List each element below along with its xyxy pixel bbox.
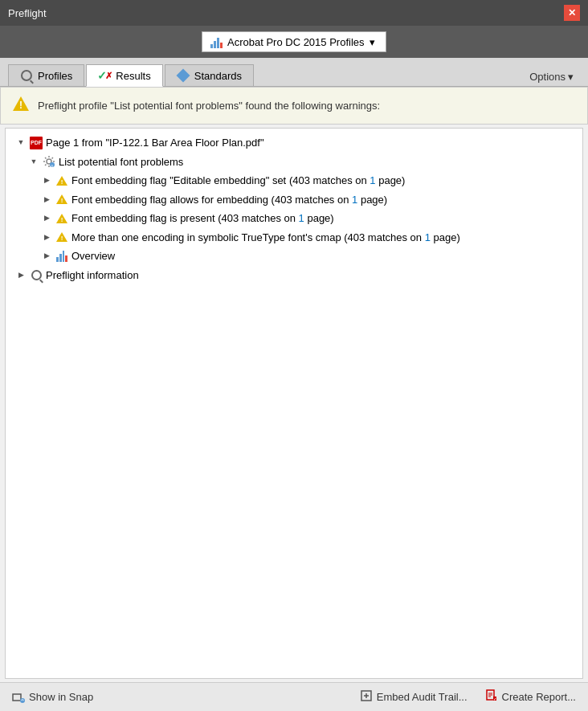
overview-label: Overview: [71, 248, 115, 264]
page-label: Page 1 from "IP-122.1 Bar Area Floor Pla…: [46, 135, 264, 151]
svg-rect-13: [13, 694, 21, 701]
tab-profiles[interactable]: Profiles: [8, 64, 84, 87]
warning-icon-2: !: [55, 212, 68, 225]
preflight-info-icon: [30, 268, 43, 281]
warning-label-0: Font embedding flag "Editable embedding"…: [71, 173, 405, 189]
dropdown-label: Acrobat Pro DC 2015 Profiles: [227, 36, 365, 48]
embed-audit-button[interactable]: Embed Audit Trail...: [353, 686, 475, 708]
tree-warning-item-2: ▶ ! Font embedding flag is present (403 …: [9, 209, 579, 228]
bar-chart-icon: [210, 35, 223, 48]
expand-warn1-icon[interactable]: ▶: [41, 194, 52, 205]
create-report-icon: ✓: [485, 689, 498, 705]
svg-text:✓: ✓: [493, 697, 496, 701]
options-button[interactable]: Options ▾: [523, 67, 580, 86]
tree-preflight-info-item: ▶ Preflight information: [9, 266, 579, 285]
expand-preflight-info-icon[interactable]: ▶: [15, 269, 27, 280]
svg-text:!: !: [19, 100, 22, 111]
warning-banner: ! Preflight profile "List potential font…: [0, 87, 588, 125]
results-tab-icon: ✓ ✗: [98, 69, 111, 82]
profiles-tab-icon: [20, 69, 33, 82]
group-label: List potential font problems: [59, 154, 183, 170]
warning-text: Preflight profile "List potential font p…: [38, 100, 380, 112]
tree-group-item: ▼ ≡ List potential font problems: [9, 153, 579, 172]
profiles-dropdown[interactable]: Acrobat Pro DC 2015 Profiles ▾: [202, 31, 386, 52]
tab-profiles-label: Profiles: [38, 70, 72, 82]
tab-standards[interactable]: Standards: [165, 64, 254, 87]
svg-text:!: !: [61, 216, 63, 223]
embed-audit-label: Embed Audit Trail...: [377, 691, 468, 703]
svg-text:!: !: [61, 235, 63, 242]
warning-triangle-icon: !: [12, 96, 30, 116]
title-bar: Preflight ✕: [0, 0, 588, 26]
preflight-window: Preflight ✕ Acrobat Pro DC 2015 Profiles…: [0, 0, 588, 711]
warning-icon-1: !: [55, 193, 68, 206]
expand-warn2-icon[interactable]: ▶: [41, 213, 52, 224]
tab-results-label: Results: [116, 70, 150, 82]
warning-icon-0: !: [55, 174, 68, 187]
tree-warning-item-1: ▶ ! Font embedding flag allows for embed…: [9, 190, 579, 210]
close-button[interactable]: ✕: [564, 5, 580, 21]
warning-label-1: Font embedding flag allows for embedding…: [71, 192, 387, 208]
snap-icon: [12, 691, 25, 704]
show-snap-label: Show in Snap: [29, 691, 93, 703]
standards-tab-icon: [177, 69, 190, 82]
svg-text:!: !: [61, 197, 63, 204]
status-bar: Show in Snap Embed Audit Trail...: [0, 682, 588, 711]
tree-warning-item-0: ▶ ! Font embedding flag "Editable embedd…: [9, 171, 579, 190]
toolbar: Acrobat Pro DC 2015 Profiles ▾: [0, 26, 588, 58]
group-gear-icon: ≡: [43, 155, 55, 168]
tree-warning-item-3: ▶ ! More than one encoding in symbolic T…: [9, 228, 579, 247]
create-report-button[interactable]: ✓ Create Report...: [478, 686, 584, 708]
expand-page-icon[interactable]: ▼: [15, 137, 27, 149]
overview-chart-icon: [55, 250, 68, 263]
svg-text:!: !: [61, 178, 63, 186]
preflight-info-label: Preflight information: [46, 268, 139, 284]
pdf-icon: PDF: [30, 137, 43, 149]
warning-label-2: Font embedding flag is present (403 matc…: [71, 210, 334, 227]
tree-overview-item: ▶ Overview: [9, 247, 579, 266]
expand-warn0-icon[interactable]: ▶: [41, 175, 52, 186]
embed-icon: [360, 689, 373, 705]
svg-text:≡: ≡: [51, 163, 54, 168]
show-snap-button[interactable]: Show in Snap: [5, 688, 100, 707]
expand-group-icon[interactable]: ▼: [28, 156, 39, 167]
expand-warn3-icon[interactable]: ▶: [41, 231, 52, 243]
tab-bar: Profiles ✓ ✗ Results Standards Options ▾: [0, 58, 588, 87]
create-report-label: Create Report...: [502, 691, 577, 703]
tab-standards-label: Standards: [194, 70, 242, 82]
warning-icon-3: !: [55, 231, 68, 243]
window-title: Preflight: [8, 7, 47, 19]
tree-page-item: ▼ PDF Page 1 from "IP-122.1 Bar Area Flo…: [9, 133, 579, 153]
content-area: ▼ PDF Page 1 from "IP-122.1 Bar Area Flo…: [5, 128, 583, 679]
expand-overview-icon[interactable]: ▶: [41, 251, 52, 262]
options-arrow-icon: ▾: [568, 71, 574, 83]
tab-results[interactable]: ✓ ✗ Results: [86, 64, 162, 87]
dropdown-arrow: ▾: [370, 36, 375, 48]
warning-label-3: More than one encoding in symbolic TrueT…: [71, 230, 460, 246]
options-label: Options: [529, 71, 566, 83]
